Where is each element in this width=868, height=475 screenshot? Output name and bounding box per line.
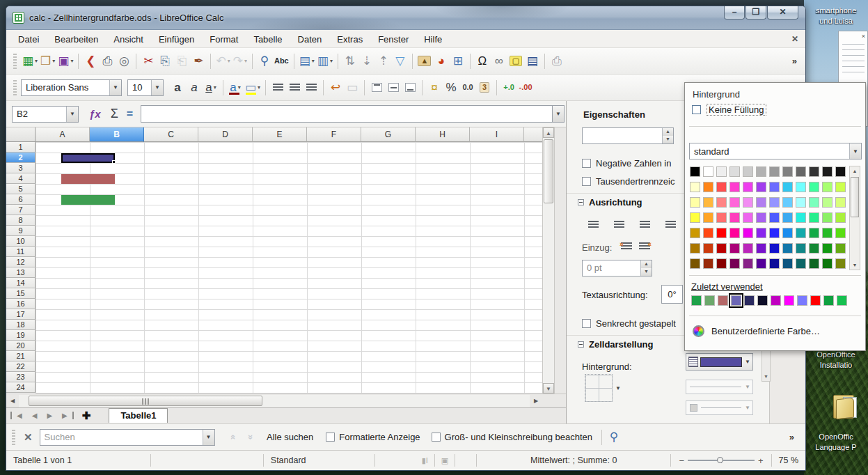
fill-handle[interactable] — [112, 160, 116, 164]
column-header-f[interactable]: F — [307, 127, 361, 142]
palette-swatch[interactable] — [729, 166, 740, 177]
close-find-bar-icon[interactable]: ✕ — [24, 431, 33, 444]
equals-icon[interactable]: = — [127, 108, 133, 120]
row-header-2[interactable]: 2 — [6, 153, 35, 163]
palette-scrollbar[interactable]: ▲ ▼ — [849, 166, 860, 270]
column-header-i[interactable]: I — [470, 127, 524, 142]
palette-swatch[interactable] — [756, 197, 766, 208]
no-fill-swatch[interactable] — [692, 105, 701, 114]
palette-swatch[interactable] — [703, 243, 713, 254]
hyperlink-button[interactable]: ∞ — [491, 52, 507, 70]
palette-swatch[interactable] — [703, 166, 713, 177]
toolbar-grip[interactable] — [13, 54, 17, 69]
palette-swatch[interactable] — [729, 182, 740, 192]
palette-swatch[interactable] — [729, 228, 740, 238]
column-header-d[interactable]: D — [198, 127, 253, 142]
palette-swatch[interactable] — [769, 166, 780, 177]
row-header-24[interactable]: 24 — [6, 382, 35, 393]
palette-swatch[interactable] — [822, 182, 833, 192]
palette-swatch[interactable] — [809, 197, 819, 208]
title-bar[interactable]: calc - Zellhintergrundfarbe.ods - LibreO… — [6, 6, 805, 30]
palette-swatch[interactable] — [690, 212, 700, 223]
add-sheet-button[interactable]: ✚ — [74, 410, 100, 422]
find-previous-icon[interactable]: « — [228, 435, 239, 439]
undo-button[interactable]: ↶▾ — [214, 52, 231, 70]
checkbox-icon[interactable] — [582, 177, 591, 186]
add-decimal-button[interactable]: +.0 — [500, 79, 517, 97]
comment-button[interactable]: ▢ — [507, 52, 524, 70]
last-sheet-icon[interactable]: ▶ — [57, 412, 74, 419]
column-header-g[interactable]: G — [361, 127, 416, 142]
formula-bar-expand-icon[interactable]: ▼ — [553, 105, 565, 123]
custom-color-button[interactable]: Benutzerdefinierte Farbe… — [693, 325, 820, 337]
palette-swatch[interactable] — [743, 258, 753, 269]
close-button[interactable]: ✕ — [767, 6, 798, 20]
align-left-button[interactable] — [585, 215, 601, 233]
toolbar-grip[interactable] — [12, 430, 15, 445]
palette-swatch[interactable] — [690, 228, 700, 238]
row-header-9[interactable]: 9 — [6, 226, 35, 236]
vertically-stacked-checkbox[interactable]: Senkrecht gestapelt — [582, 318, 692, 329]
palette-swatch[interactable] — [796, 197, 806, 208]
palette-swatch[interactable] — [703, 228, 713, 238]
sort-button[interactable]: ⇅ — [342, 52, 358, 70]
underline-button[interactable]: a▾ — [203, 79, 219, 97]
spin-down-icon[interactable]: ▼ — [663, 136, 673, 143]
row-header-20[interactable]: 20 — [6, 341, 35, 351]
checkbox-icon[interactable] — [582, 159, 591, 168]
decrease-indent-icon[interactable] — [639, 242, 650, 251]
italic-button[interactable]: a — [186, 79, 203, 97]
collapse-icon[interactable] — [578, 199, 584, 205]
chevron-down-icon[interactable]: ▼ — [203, 430, 214, 445]
palette-swatch[interactable] — [835, 212, 846, 223]
chevron-down-icon[interactable]: ▾ — [70, 58, 73, 64]
palette-swatch[interactable] — [769, 258, 780, 269]
align-justified-button[interactable] — [662, 215, 679, 233]
palette-swatch[interactable] — [809, 258, 819, 269]
palette-swatch[interactable] — [729, 212, 740, 223]
palette-swatch[interactable] — [822, 243, 833, 254]
row-header-23[interactable]: 23 — [6, 372, 35, 382]
spin-up-icon[interactable]: ▲ — [663, 128, 673, 136]
palette-swatch[interactable] — [769, 212, 780, 223]
recent-color-swatch[interactable] — [731, 295, 741, 306]
palette-swatch[interactable] — [729, 258, 740, 269]
recent-color-swatch[interactable] — [810, 295, 821, 306]
checkbox-icon[interactable] — [432, 433, 441, 442]
row-header-17[interactable]: 17 — [6, 309, 35, 320]
align-left-button[interactable] — [269, 79, 286, 97]
palette-swatch[interactable] — [743, 228, 753, 238]
percent-button[interactable]: % — [443, 79, 459, 97]
chevron-down-icon[interactable]: ▼ — [66, 107, 78, 122]
chevron-down-icon[interactable]: ▼ — [849, 143, 861, 159]
chevron-down-icon[interactable]: ▾ — [258, 84, 260, 91]
cut-button[interactable]: ✂ — [140, 52, 157, 70]
insert-row-button[interactable]: ▤▾ — [298, 52, 316, 70]
palette-swatch[interactable] — [796, 166, 806, 177]
align-right-button[interactable] — [636, 215, 653, 233]
print-preview-button[interactable]: ◎ — [116, 52, 132, 70]
align-vcenter-button[interactable] — [385, 79, 402, 97]
column-header-partial[interactable] — [524, 127, 542, 142]
palette-swatch[interactable] — [716, 258, 727, 269]
desktop-icon-label-installation[interactable]: OpenOfficeInstallatio — [804, 350, 868, 371]
row-header-4[interactable]: 4 — [6, 173, 35, 184]
palette-swatch[interactable] — [729, 243, 740, 254]
toolbar-overflow-icon[interactable]: » — [789, 432, 794, 442]
palette-select[interactable]: standard ▼ — [689, 143, 862, 159]
horizontal-scrollbar[interactable]: ◀ ▶ — [6, 394, 566, 407]
row-header-3[interactable]: 3 — [6, 163, 35, 173]
palette-swatch[interactable] — [690, 182, 700, 192]
palette-swatch[interactable] — [690, 197, 700, 208]
no-fill-option[interactable]: Keine Füllung — [692, 104, 766, 115]
find-next-icon[interactable]: » — [246, 435, 256, 439]
zoom-in-icon[interactable]: + — [755, 455, 767, 466]
column-header-h[interactable]: H — [416, 127, 470, 142]
row-header-13[interactable]: 13 — [6, 267, 35, 278]
align-center-button[interactable] — [286, 79, 303, 97]
row-header-6[interactable]: 6 — [6, 194, 35, 205]
palette-swatch[interactable] — [769, 243, 780, 254]
negative-numbers-red-checkbox[interactable]: Negative Zahlen in — [582, 158, 692, 169]
first-sheet-icon[interactable]: ◀ — [10, 412, 27, 419]
open-folder-button[interactable]: ❒▾ — [39, 52, 56, 70]
